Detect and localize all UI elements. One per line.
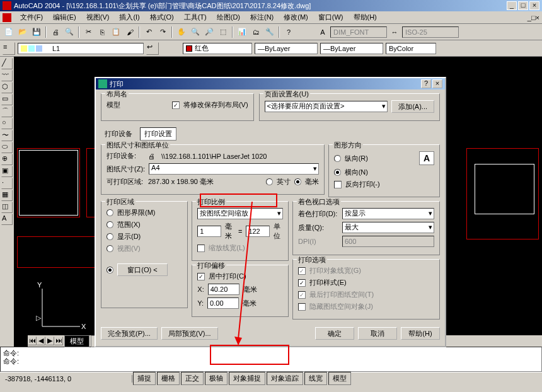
tab-first[interactable]: ⏮ xyxy=(28,337,37,345)
tab-last[interactable]: ⏭ xyxy=(54,337,63,345)
offset-x-input[interactable] xyxy=(208,284,239,295)
pan-icon[interactable]: ✋ xyxy=(175,26,188,38)
grid-toggle[interactable]: 栅格 xyxy=(157,372,180,385)
dialog-help-button[interactable]: ? xyxy=(421,79,431,88)
osnap-toggle[interactable]: 对象捕捉 xyxy=(229,372,265,385)
menu-help[interactable]: 帮助(H) xyxy=(349,11,382,23)
save-changes-checkbox[interactable]: ✓ xyxy=(172,101,180,109)
lweight-combo[interactable]: — ByLayer xyxy=(320,43,383,54)
limits-radio[interactable] xyxy=(107,209,113,216)
layermgr-icon[interactable]: ≡ xyxy=(3,42,15,55)
zoom-icon[interactable]: 🔍 xyxy=(189,26,202,38)
model-toggle[interactable]: 模型 xyxy=(328,372,351,385)
maximize-button[interactable]: □ xyxy=(518,1,528,10)
menu-format[interactable]: 格式(O) xyxy=(145,11,179,23)
paper-size-combo[interactable]: A4 xyxy=(149,163,319,175)
snap-toggle[interactable]: 捕捉 xyxy=(133,372,156,385)
pline-icon[interactable]: 〰 xyxy=(1,70,13,81)
dialog-help-button2[interactable]: 帮助(H) xyxy=(401,327,440,340)
spline-icon[interactable]: 〜 xyxy=(1,130,13,141)
tab-print-device[interactable]: 打印设备 xyxy=(101,128,136,140)
line-icon[interactable]: ╱ xyxy=(1,58,13,69)
block-icon[interactable]: ▣ xyxy=(1,166,13,177)
display-radio[interactable] xyxy=(107,233,113,240)
tab-prev[interactable]: ◀ xyxy=(37,337,45,345)
paste-icon[interactable]: 📋 xyxy=(110,26,122,38)
ortho-toggle[interactable]: 正交 xyxy=(181,372,204,385)
full-preview-button[interactable]: 完全预览(P)... xyxy=(101,327,158,340)
extents-radio[interactable] xyxy=(107,221,113,228)
dimstyle-icon[interactable]: ↔ xyxy=(388,26,401,38)
landscape-radio[interactable] xyxy=(334,169,341,176)
mdi-restore[interactable]: □ xyxy=(531,14,536,21)
menu-draw[interactable]: 绘图(D) xyxy=(212,11,245,23)
scale-combo[interactable]: 按图纸空间缩放 xyxy=(197,208,283,219)
open-icon[interactable]: 📂 xyxy=(16,26,29,38)
textstyle-combo[interactable]: DIM_FONT xyxy=(330,26,387,38)
plotstyle-combo[interactable]: ByColor xyxy=(386,43,436,54)
dc-icon[interactable]: 🗂 xyxy=(250,26,262,38)
menu-dim[interactable]: 标注(N) xyxy=(245,11,279,23)
dimstyle-combo[interactable]: ISO-25 xyxy=(402,26,459,38)
ltype-combo[interactable]: — ByLayer xyxy=(255,43,318,54)
help-icon[interactable]: ? xyxy=(282,26,295,38)
add-pagesetup-button[interactable]: 添加(A)... xyxy=(391,100,434,113)
portrait-radio[interactable] xyxy=(334,155,341,162)
offset-y-input[interactable] xyxy=(207,297,239,309)
otrack-toggle[interactable]: 对象追踪 xyxy=(267,372,303,385)
insert-icon[interactable]: ⊕ xyxy=(1,154,13,165)
print-icon[interactable]: 🖨 xyxy=(49,26,62,38)
tab-model[interactable]: 模型 xyxy=(64,335,89,347)
color-combo[interactable]: 红色 xyxy=(183,43,252,54)
partial-preview-button[interactable]: 局部预览(V)... xyxy=(161,327,218,340)
undo-icon[interactable]: ↶ xyxy=(142,26,155,38)
text-icon[interactable]: A xyxy=(1,214,13,225)
mdi-close[interactable]: × xyxy=(536,14,539,21)
upside-checkbox[interactable] xyxy=(334,181,342,188)
unit-inch-radio[interactable] xyxy=(266,178,273,185)
layerprev-icon[interactable]: ↩ xyxy=(146,42,159,55)
unit-mm-radio[interactable] xyxy=(294,178,301,185)
save-icon[interactable]: 💾 xyxy=(30,26,43,38)
preview-icon[interactable]: 🔍 xyxy=(63,26,76,38)
menu-window[interactable]: 窗口(W) xyxy=(313,11,349,23)
scale-input1[interactable] xyxy=(197,226,221,237)
menu-file[interactable]: 文件(F) xyxy=(15,11,48,23)
center-checkbox[interactable]: ✓ xyxy=(197,273,205,280)
shade-combo[interactable]: 按显示 xyxy=(342,208,434,219)
opt-style-checkbox[interactable]: ✓ xyxy=(298,279,306,287)
region-icon[interactable]: ◫ xyxy=(1,202,13,213)
menu-insert[interactable]: 插入(I) xyxy=(114,11,144,23)
rect-icon[interactable]: ▭ xyxy=(1,94,13,105)
tab-print-settings[interactable]: 打印设置 xyxy=(140,127,176,141)
polygon-icon[interactable]: ⬡ xyxy=(1,82,13,93)
zoomwin-icon[interactable]: ⬚ xyxy=(217,26,229,38)
layer-combo[interactable]: L1 xyxy=(18,43,144,54)
quality-combo[interactable]: 最大 xyxy=(342,222,434,233)
point-icon[interactable]: · xyxy=(1,178,13,189)
lwt-toggle[interactable]: 线宽 xyxy=(304,372,327,385)
cut-icon[interactable]: ✂ xyxy=(82,26,95,38)
minimize-button[interactable]: _ xyxy=(507,1,517,10)
menu-tools[interactable]: 工具(T) xyxy=(179,11,212,23)
circle-icon[interactable]: ○ xyxy=(1,118,13,129)
tool-icon[interactable]: 🔧 xyxy=(263,26,276,38)
menu-modify[interactable]: 修改(M) xyxy=(279,11,313,23)
scale-input2[interactable] xyxy=(246,226,270,237)
redo-icon[interactable]: ↷ xyxy=(156,26,169,38)
copy-icon[interactable]: ⎘ xyxy=(96,26,108,38)
polar-toggle[interactable]: 极轴 xyxy=(205,372,228,385)
zoomout-icon[interactable]: 🔎 xyxy=(203,26,216,38)
cancel-button[interactable]: 取消 xyxy=(358,327,397,340)
ok-button[interactable]: 确定 xyxy=(315,327,354,340)
props-icon[interactable]: 📊 xyxy=(236,26,248,38)
arc-icon[interactable]: ⌒ xyxy=(1,106,13,117)
window-pick-button[interactable]: 窗口(O) < xyxy=(117,263,168,276)
new-icon[interactable]: 📄 xyxy=(3,26,15,38)
match-icon[interactable]: 🖌 xyxy=(124,26,136,38)
pagesetup-combo[interactable]: <选择要应用的页面设置> xyxy=(265,101,388,112)
menu-view[interactable]: 视图(V) xyxy=(81,11,115,23)
dialog-close-button[interactable]: × xyxy=(432,79,442,88)
textstyle-icon[interactable]: A xyxy=(316,26,329,38)
window-radio[interactable] xyxy=(107,267,113,274)
